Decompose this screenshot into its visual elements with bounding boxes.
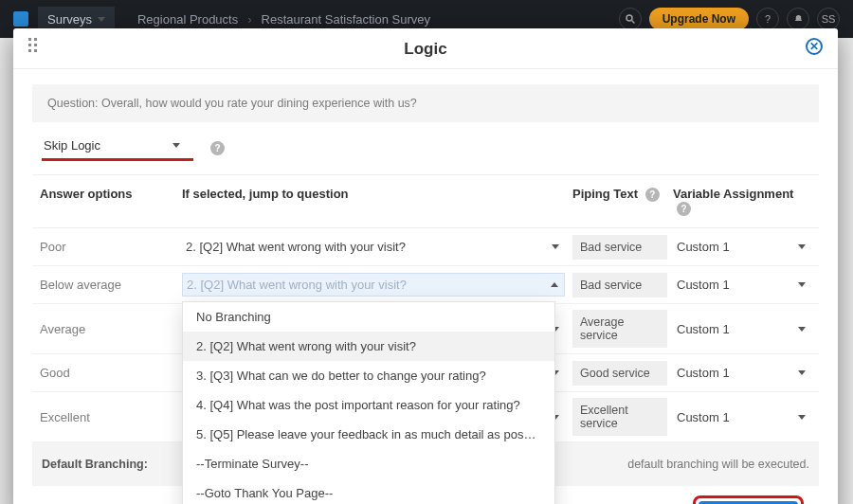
dropdown-option[interactable]: --Terminate Survey-- (183, 449, 554, 478)
chevron-down-icon (798, 415, 806, 420)
save-highlight: Save Logic (693, 495, 804, 504)
help-icon[interactable]: ? (645, 188, 660, 202)
dropdown-option[interactable]: 4. [Q4] What was the post important reas… (183, 390, 554, 420)
help-icon[interactable]: ? (756, 8, 779, 30)
modal-title: Logic (28, 40, 823, 59)
variable-select[interactable]: Custom 1 (673, 318, 811, 340)
answer-label: Below average (40, 278, 182, 292)
col-header-jump: If selected, jump to question (182, 187, 572, 216)
default-branching-note: default branching will be executed. (627, 458, 809, 471)
chevron-down-icon (98, 17, 105, 22)
dropdown-option[interactable]: No Branching (183, 302, 554, 332)
help-icon[interactable]: ? (677, 202, 691, 216)
chevron-up-icon (551, 282, 558, 287)
variable-select[interactable]: Custom 1 (673, 236, 811, 258)
col-header-piping: Piping Text ? (572, 187, 673, 216)
variable-select[interactable]: Custom 1 (673, 362, 811, 384)
svg-point-0 (626, 15, 632, 21)
search-icon[interactable] (619, 8, 642, 30)
chevron-down-icon (798, 282, 806, 287)
table-header: Answer options If selected, jump to ques… (32, 174, 819, 228)
table-row: Poor 2. [Q2] What went wrong with your v… (32, 228, 819, 266)
app-logo (13, 11, 28, 27)
logic-table: Answer options If selected, jump to ques… (32, 174, 819, 486)
answer-label: Average (40, 322, 182, 336)
breadcrumb-current: Restaurant Satisfaction Survey (262, 12, 430, 27)
help-icon[interactable]: ? (210, 141, 225, 155)
piping-text-input[interactable]: Bad service (572, 235, 667, 260)
answer-label: Poor (40, 240, 182, 254)
chevron-down-icon (798, 327, 806, 332)
piping-text-input[interactable]: Bad service (572, 273, 667, 297)
dropdown-option[interactable]: 2. [Q2] What went wrong with your visit? (183, 332, 554, 361)
logic-type-select[interactable]: Skip Logic (40, 135, 182, 157)
col-header-variable: Variable Assignment ? (673, 187, 811, 216)
piping-text-input[interactable]: Excellent service (572, 398, 667, 436)
modal-header: Logic ✕ (13, 28, 838, 69)
dropdown-option[interactable]: 3. [Q3] What can we do better to change … (183, 361, 554, 390)
jump-select[interactable]: 2. [Q2] What went wrong with your visit? (182, 273, 565, 297)
col-header-answer: Answer options (40, 187, 182, 216)
jump-value: 2. [Q2] What went wrong with your visit? (186, 240, 406, 254)
svg-line-1 (631, 21, 634, 24)
answer-label: Excellent (40, 410, 182, 424)
breadcrumb-parent[interactable]: Regional Products (137, 12, 238, 27)
chevron-down-icon (798, 370, 806, 375)
logic-type-value: Skip Logic (44, 138, 100, 153)
jump-value: 2. [Q2] What went wrong with your visit? (187, 278, 407, 292)
piping-text-input[interactable]: Average service (572, 310, 667, 348)
dropdown-option[interactable]: --Goto Thank You Page-- (183, 478, 554, 504)
table-row: Below average 2. [Q2] What went wrong wi… (32, 266, 819, 304)
default-branching-label: Default Branching: (42, 458, 184, 471)
question-text: Overall, how would you rate your dining … (101, 97, 417, 110)
variable-select[interactable]: Custom 1 (673, 406, 811, 428)
drag-handle-icon[interactable] (28, 38, 40, 49)
jump-select[interactable]: 2. [Q2] What went wrong with your visit? (182, 236, 565, 258)
close-button[interactable]: ✕ (806, 38, 823, 55)
answer-label: Good (40, 366, 182, 380)
question-banner: Question: Overall, how would you rate yo… (32, 84, 819, 122)
logic-modal: Logic ✕ Question: Overall, how would you… (13, 28, 838, 504)
jump-dropdown-menu: No Branching2. [Q2] What went wrong with… (182, 301, 555, 504)
upgrade-button[interactable]: Upgrade Now (649, 8, 749, 30)
avatar[interactable]: SS (817, 8, 840, 30)
piping-text-input[interactable]: Good service (572, 361, 667, 386)
question-label: Question: (47, 97, 99, 110)
nav-surveys-label: Surveys (47, 12, 92, 27)
breadcrumb: Regional Products › Restaurant Satisfact… (137, 12, 430, 27)
highlight-underline (42, 158, 193, 161)
dropdown-option[interactable]: 5. [Q5] Please leave your feedback in as… (183, 420, 554, 449)
chevron-down-icon (172, 143, 180, 148)
chevron-down-icon (552, 244, 559, 249)
chevron-right-icon: › (247, 12, 251, 27)
chevron-down-icon (798, 244, 806, 249)
variable-select[interactable]: Custom 1 (673, 274, 811, 296)
bell-icon[interactable] (787, 8, 809, 30)
